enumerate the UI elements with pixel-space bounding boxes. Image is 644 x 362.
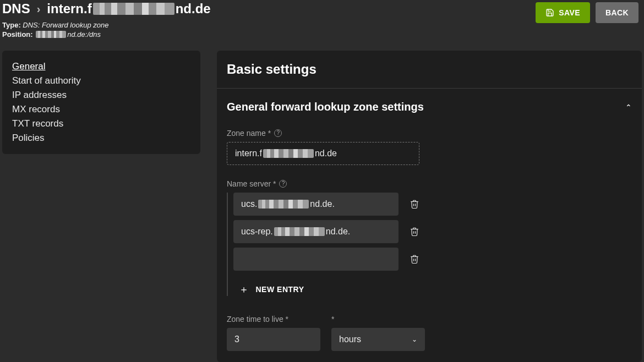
info-icon[interactable]: ?: [274, 129, 282, 137]
page-title: Basic settings: [227, 62, 632, 77]
zone-name-prefix: intern.f: [235, 149, 262, 158]
meta-position-suffix: nd.de:/dns: [67, 30, 101, 39]
breadcrumb: DNS › intern.f nd.de: [2, 1, 211, 17]
back-button-label: BACK: [605, 8, 629, 17]
zone-name-field: intern.f nd.de: [227, 142, 419, 165]
section-toggle[interactable]: General forward lookup zone settings ⌃: [227, 101, 632, 113]
chevron-down-icon: ⌄: [412, 336, 417, 343]
meta-position: Position: nd.de:/dns: [2, 30, 211, 39]
sidebar-item-soa[interactable]: Start of authority: [12, 74, 190, 88]
redacted-segment: [263, 149, 314, 158]
sidebar: General Start of authority IP addresses …: [2, 51, 200, 154]
trash-icon: [410, 199, 419, 209]
ns-input-3[interactable]: [233, 248, 399, 271]
ns-suffix: nd.de.: [326, 227, 350, 237]
sidebar-item-ip[interactable]: IP addresses: [12, 88, 190, 102]
ns-suffix: nd.de.: [310, 199, 334, 209]
breadcrumb-zone-suffix: nd.de: [176, 1, 211, 17]
breadcrumb-zone-prefix: intern.f: [47, 1, 91, 17]
ttl-label: Zone time to live *: [227, 315, 320, 323]
meta-position-label: Position:: [2, 30, 33, 39]
meta-position-value: nd.de:/dns: [35, 30, 101, 39]
save-button-label: SAVE: [559, 8, 580, 17]
ns-prefix: ucs.: [241, 199, 257, 209]
redacted-segment: [258, 200, 309, 209]
new-entry-label: NEW ENTRY: [256, 285, 304, 294]
sidebar-item-txt[interactable]: TXT records: [12, 117, 190, 131]
ns-input-1[interactable]: ucs. nd.de.: [233, 193, 399, 216]
ttl-unit-required: *: [331, 315, 425, 323]
ns-row: [233, 248, 632, 271]
zone-name-label: Zone name * ?: [227, 129, 632, 138]
ttl-unit-select[interactable]: hours ⌄: [331, 328, 425, 351]
ns-row: ucs. nd.de.: [233, 193, 632, 216]
delete-ns-button[interactable]: [406, 251, 423, 267]
redacted-segment: [36, 31, 66, 38]
delete-ns-button[interactable]: [406, 196, 423, 212]
ns-label: Name server * ?: [227, 179, 632, 188]
delete-ns-button[interactable]: [406, 223, 423, 240]
meta-type: Type: DNS: Forward lookup zone: [2, 21, 211, 29]
ns-input-2[interactable]: ucs-rep. nd.de.: [233, 220, 399, 243]
trash-icon: [410, 254, 419, 264]
sidebar-item-general[interactable]: General: [12, 59, 190, 74]
ttl-unit-value: hours: [339, 334, 361, 344]
redacted-segment: [93, 3, 174, 15]
plus-icon: ＋: [239, 283, 249, 296]
ns-prefix: ucs-rep.: [241, 227, 273, 237]
zone-name-suffix: nd.de: [315, 149, 337, 158]
ns-row: ucs-rep. nd.de.: [233, 220, 632, 243]
breadcrumb-zone: intern.f nd.de: [47, 1, 210, 17]
section-title: General forward lookup zone settings: [227, 101, 424, 113]
redacted-segment: [274, 227, 325, 236]
save-button[interactable]: SAVE: [536, 2, 590, 23]
sidebar-item-mx[interactable]: MX records: [12, 102, 190, 117]
chevron-up-icon: ⌃: [625, 103, 632, 112]
meta-type-value: DNS: Forward lookup zone: [23, 21, 108, 29]
ttl-input[interactable]: [227, 328, 320, 351]
info-icon[interactable]: ?: [279, 180, 287, 188]
breadcrumb-root[interactable]: DNS: [2, 1, 30, 17]
trash-icon: [410, 227, 419, 237]
chevron-right-icon: ›: [37, 3, 41, 15]
back-button[interactable]: BACK: [596, 2, 638, 23]
sidebar-item-policies[interactable]: Policies: [12, 131, 190, 145]
meta-type-label: Type:: [2, 21, 21, 29]
new-entry-button[interactable]: ＋ NEW ENTRY: [239, 283, 632, 296]
save-icon: [545, 8, 554, 17]
main-panel: Basic settings General forward lookup zo…: [217, 51, 642, 362]
